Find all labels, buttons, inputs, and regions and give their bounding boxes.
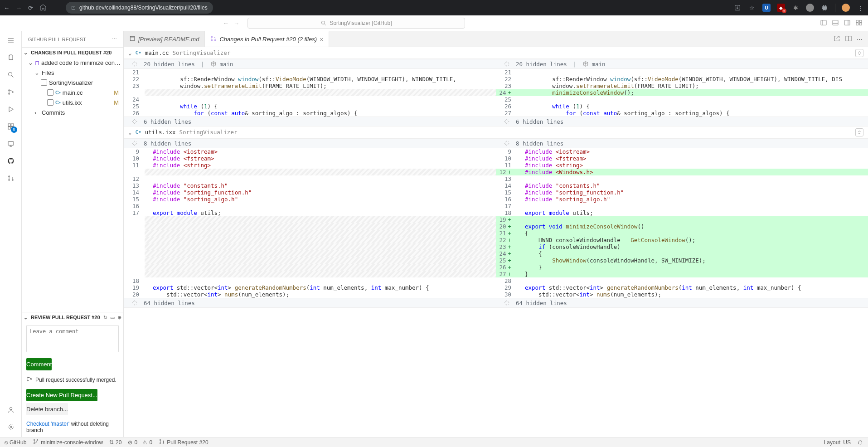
create-pr-button[interactable]: Create New Pull Request... xyxy=(26,389,97,401)
expand-hunk-icon[interactable] xyxy=(500,61,513,67)
remote-explorer-icon[interactable] xyxy=(5,138,16,149)
tab-readme[interactable]: [Preview] README.md xyxy=(124,31,205,47)
ext-gray2-icon[interactable] xyxy=(806,4,814,12)
explorer-icon[interactable] xyxy=(5,52,16,63)
github-pr-icon[interactable] xyxy=(5,173,16,184)
diff-line[interactable]: 25 ShowWindow(consoleWindowHandle, SW_MI… xyxy=(124,257,868,264)
diff-line[interactable]: 21{ xyxy=(124,230,868,237)
extensions-icon[interactable] xyxy=(820,4,829,12)
sb-bell[interactable] xyxy=(857,439,863,446)
commits-node[interactable]: ›Commits xyxy=(22,107,123,117)
sidebar-more-icon[interactable]: ⋯ xyxy=(112,36,117,42)
diff-line[interactable]: 15#include "sorting_algo.h"16#include "s… xyxy=(124,196,868,203)
ext-ublock-icon[interactable]: ◆ xyxy=(777,4,785,12)
close-tab-icon[interactable]: × xyxy=(320,36,323,43)
ext-shield-icon[interactable]: U xyxy=(762,4,771,12)
diff-line[interactable]: 26 } xyxy=(124,264,868,271)
diff-line[interactable]: 24 minimizeConsoleWindow(); xyxy=(124,89,868,96)
diff-line[interactable]: 20export void minimizeConsoleWindow() xyxy=(124,223,868,230)
expand-hunk-icon[interactable] xyxy=(500,118,513,125)
account-icon[interactable] xyxy=(5,404,16,415)
checkout-link[interactable]: Checkout 'master' without deleting branc… xyxy=(22,417,123,437)
diff-line[interactable]: 10#include <fstream>10#include <fstream> xyxy=(124,155,868,162)
collapse-hunks-icon[interactable] xyxy=(855,128,863,136)
layout-sidebar-right-icon[interactable] xyxy=(844,19,851,28)
diff-line[interactable]: 19export std::vector<int> generateRandom… xyxy=(124,284,868,291)
expand-hunk-icon[interactable] xyxy=(500,300,513,306)
settings-icon[interactable] xyxy=(5,422,16,432)
reload-icon[interactable]: ⟳ xyxy=(28,5,33,11)
diff-line[interactable]: 27} xyxy=(124,271,868,277)
diff-line[interactable]: 24 { xyxy=(124,250,868,257)
file-checkbox[interactable] xyxy=(47,99,53,106)
diff-line[interactable]: 22 sf::RenderWindow window(sf::VideoMode… xyxy=(124,76,868,83)
comment-textarea[interactable] xyxy=(26,325,119,352)
file-header[interactable]: ⌄ C• main.cc SortingVisualizer xyxy=(124,47,868,59)
sb-remote[interactable]: ⎋GitHub xyxy=(5,439,26,446)
expand-hunk-icon[interactable] xyxy=(128,118,141,125)
expand-hunk-icon[interactable] xyxy=(500,140,513,146)
browser-icon[interactable]: ⊕ xyxy=(117,315,121,321)
nav-forward-icon[interactable]: → xyxy=(233,20,239,27)
layout-sidebar-left-icon[interactable] xyxy=(820,19,827,28)
commit-node[interactable]: ⌄⊓added code to minimize console wind... xyxy=(22,58,123,68)
diff-line[interactable]: 20 std::vector<int> nums(num_elements);3… xyxy=(124,291,868,298)
hunk-header[interactable]: 6 hidden lines 6 hidden lines xyxy=(124,117,868,126)
url-bar[interactable]: ⊡ github.dev/collindang88/SortingVisuali… xyxy=(66,2,213,14)
diff-line[interactable]: 17export module utils;18export module ut… xyxy=(124,209,868,216)
diff-line[interactable]: 11#include <string>11#include <string> xyxy=(124,162,868,169)
site-info-icon[interactable]: ⊡ xyxy=(71,5,76,11)
ext-gray1-icon[interactable]: ✱ xyxy=(791,4,800,12)
expand-hunk-icon[interactable] xyxy=(128,140,141,146)
expand-hunk-icon[interactable] xyxy=(128,300,141,306)
forward-icon[interactable]: → xyxy=(16,5,22,11)
search-ab-icon[interactable] xyxy=(5,69,16,80)
refresh-icon[interactable]: ↻ xyxy=(103,315,107,321)
diff-line[interactable]: 23 if (consoleWindowHandle) xyxy=(124,243,868,250)
editor-action-split-icon[interactable] xyxy=(845,35,852,44)
hunk-header[interactable]: 64 hidden lines 64 hidden lines xyxy=(124,298,868,308)
sb-problems[interactable]: ⊘0 ⚠0 xyxy=(128,439,152,446)
browser-menu-icon[interactable]: ⋮ xyxy=(856,4,864,12)
delete-branch-button[interactable]: Delete branch... xyxy=(26,403,68,415)
home-icon[interactable] xyxy=(39,4,47,12)
file-checkbox[interactable] xyxy=(47,89,53,96)
nav-back-icon[interactable]: ← xyxy=(223,20,229,27)
file-header[interactable]: ⌄ C• utils.ixx SortingVisualizer xyxy=(124,126,868,138)
sb-layout[interactable]: Layout: US xyxy=(824,439,851,446)
back-icon[interactable]: ← xyxy=(4,5,10,11)
diff-line[interactable]: 1617 xyxy=(124,203,868,209)
layout-panel-icon[interactable] xyxy=(832,19,839,28)
diff-line[interactable]: 13#include "constants.h"14#include "cons… xyxy=(124,182,868,189)
folder-checkbox[interactable] xyxy=(41,79,47,86)
sb-pr[interactable]: Pull Request #20 xyxy=(159,438,208,446)
view-changes-icon[interactable]: ▭ xyxy=(110,315,115,321)
sb-branch[interactable]: minimize-console-window xyxy=(33,438,103,446)
bookmark-icon[interactable]: ☆ xyxy=(748,4,756,12)
diff-line[interactable]: 2425 xyxy=(124,96,868,103)
review-section-header[interactable]: ⌄REVIEW PULL REQUEST #20 ↻ ▭ ⊕ xyxy=(22,312,123,322)
diff-line[interactable]: 9#include <iostream>9#include <iostream> xyxy=(124,148,868,155)
folder-node[interactable]: SortingVisualizer xyxy=(22,78,123,87)
diff-line[interactable]: 19 xyxy=(124,216,868,223)
chevron-down-icon[interactable]: ⌄ xyxy=(128,129,132,136)
menu-icon[interactable] xyxy=(5,35,16,46)
diff-line[interactable]: 2121 xyxy=(124,69,868,76)
extensions-ab-icon[interactable]: 6 xyxy=(5,121,16,132)
collapse-hunks-icon[interactable] xyxy=(855,49,863,57)
source-control-icon[interactable] xyxy=(5,87,16,97)
changes-section-header[interactable]: ⌄CHANGES IN PULL REQUEST #20 xyxy=(22,48,123,58)
diff-view[interactable]: ⌄ C• main.cc SortingVisualizer 20 hidden… xyxy=(124,47,868,437)
comment-button[interactable]: Comment xyxy=(26,358,52,370)
diff-line[interactable]: 26 for (const auto& sorting_algo : sorti… xyxy=(124,110,868,117)
expand-hunk-icon[interactable] xyxy=(128,61,141,67)
editor-action-more-icon[interactable]: ⋯ xyxy=(857,36,863,43)
chevron-down-icon[interactable]: ⌄ xyxy=(128,49,132,56)
command-center[interactable]: SortingVisualizer [GitHub] xyxy=(247,18,465,29)
file-item-utils[interactable]: C•utils.ixxM xyxy=(22,97,123,107)
diff-line[interactable]: 14#include "sorting_function.h"15#includ… xyxy=(124,189,868,196)
hunk-header[interactable]: 8 hidden lines 8 hidden lines xyxy=(124,138,868,148)
diff-line[interactable]: 23 window.setFramerateLimit(FRAME_RATE_L… xyxy=(124,83,868,89)
run-icon[interactable] xyxy=(5,104,16,115)
file-item-main[interactable]: C•main.ccM xyxy=(22,87,123,97)
